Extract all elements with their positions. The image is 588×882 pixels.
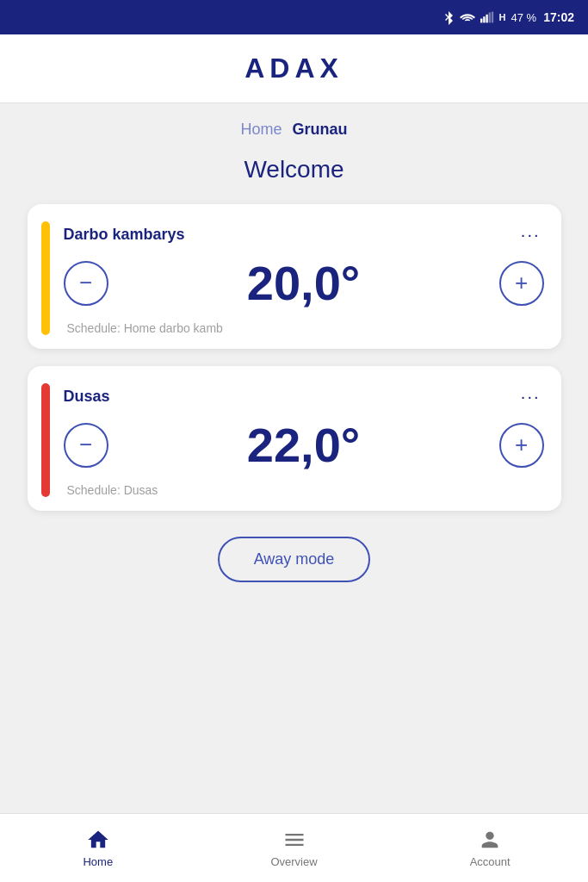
breadcrumb-home[interactable]: Home	[240, 121, 282, 139]
card-schedule-1: Schedule: Home darbo kamb	[64, 321, 544, 335]
svg-rect-1	[483, 16, 485, 22]
temp-increase-btn-2[interactable]: +	[499, 423, 544, 468]
card-schedule-2: Schedule: Dusas	[64, 483, 544, 497]
battery-percentage: 47 %	[511, 11, 537, 24]
network-type-indicator: H	[499, 12, 506, 22]
card-accent-red	[41, 383, 50, 497]
temp-value-1: 20,0°	[108, 255, 499, 311]
app-header: ADAX	[0, 34, 588, 103]
breadcrumb-current[interactable]: Grunau	[293, 121, 348, 139]
temp-decrease-btn-2[interactable]: −	[64, 423, 108, 468]
away-mode-button[interactable]: Away mode	[218, 537, 371, 582]
card-body-1: Darbo kambarys ··· − 20,0° + Schedule: H…	[64, 221, 544, 335]
bottom-nav: Home Overview Account	[0, 813, 588, 882]
overview-icon	[282, 828, 306, 852]
card-temp-row-1: − 20,0° +	[64, 255, 544, 311]
svg-rect-3	[488, 12, 490, 22]
device-name-1: Darbo kambarys	[64, 226, 185, 244]
temp-value-2: 22,0°	[108, 417, 499, 473]
device-menu-btn-1[interactable]: ···	[517, 221, 544, 248]
device-card-darbo-kambarys: Darbo kambarys ··· − 20,0° + Schedule: H…	[28, 204, 561, 349]
card-header-1: Darbo kambarys ···	[64, 221, 544, 248]
nav-overview[interactable]: Overview	[196, 814, 393, 882]
device-menu-btn-2[interactable]: ···	[517, 383, 544, 410]
app-logo: ADAX	[244, 53, 344, 84]
card-body-2: Dusas ··· − 22,0° + Schedule: Dusas	[64, 383, 544, 497]
wifi-icon	[460, 11, 475, 23]
svg-rect-4	[491, 12, 492, 23]
welcome-title: Welcome	[244, 156, 344, 183]
status-time: 17:02	[543, 10, 574, 24]
nav-overview-label: Overview	[270, 855, 317, 868]
status-bar: H 47 % 17:02	[0, 0, 588, 34]
temp-decrease-btn-1[interactable]: −	[64, 261, 108, 306]
nav-home-label: Home	[83, 855, 113, 868]
nav-account-label: Account	[470, 855, 511, 868]
main-content: Home Grunau Welcome Darbo kambarys ··· −…	[0, 103, 588, 813]
account-icon	[478, 828, 502, 852]
svg-rect-2	[486, 15, 487, 23]
nav-home[interactable]: Home	[0, 814, 196, 882]
temp-increase-btn-1[interactable]: +	[499, 261, 544, 306]
device-card-dusas: Dusas ··· − 22,0° + Schedule: Dusas	[28, 366, 561, 511]
signal-icon	[480, 11, 494, 23]
card-temp-row-2: − 22,0° +	[64, 417, 544, 473]
breadcrumb: Home Grunau	[240, 121, 347, 139]
card-header-2: Dusas ···	[64, 383, 544, 410]
svg-rect-0	[480, 19, 482, 23]
bluetooth-icon	[443, 9, 455, 25]
card-accent-yellow	[41, 221, 50, 335]
device-name-2: Dusas	[64, 388, 110, 406]
nav-account[interactable]: Account	[392, 814, 588, 882]
status-icons: H 47 %	[443, 9, 537, 25]
home-icon	[86, 828, 110, 852]
